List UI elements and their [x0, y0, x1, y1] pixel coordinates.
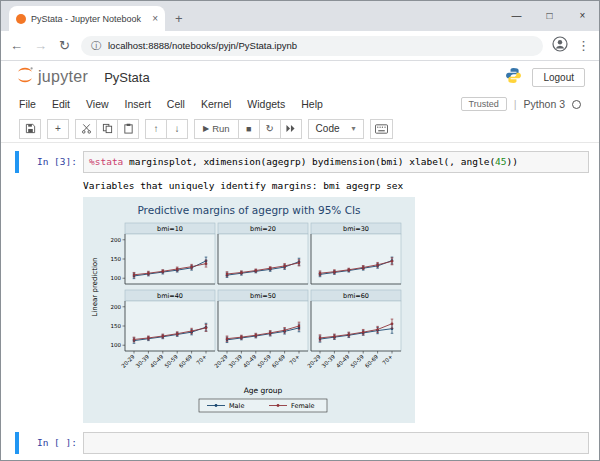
input-prompt: In [3]:: [21, 151, 83, 173]
notebook-title[interactable]: PyStata: [104, 70, 150, 85]
tab-title: PyStata - Jupyter Notebook: [31, 14, 148, 24]
menu-view[interactable]: View: [86, 98, 109, 110]
svg-text:150: 150: [111, 256, 122, 262]
header-right: Logout: [505, 67, 585, 88]
navbar-right: ⋮: [552, 36, 591, 56]
kernel-status-icon: [572, 100, 581, 109]
save-button[interactable]: [19, 119, 41, 139]
menu-kernel[interactable]: Kernel: [201, 98, 231, 110]
svg-text:40-49: 40-49: [149, 353, 165, 369]
paste-cell-button[interactable]: [117, 119, 139, 139]
svg-text:60-69: 60-69: [271, 353, 287, 369]
svg-text:20-29: 20-29: [120, 353, 136, 369]
url-text: localhost:8888/notebooks/pyjn/PyStata.ip…: [108, 40, 297, 51]
code-body-token: marginsplot, xdimension(agegrp) bydimens…: [123, 156, 495, 167]
selected-cell-indicator: [15, 151, 19, 173]
jupyter-logo-icon[interactable]: [15, 65, 35, 89]
chevron-down-icon: ▾: [352, 124, 356, 133]
menu-insert[interactable]: Insert: [125, 98, 151, 110]
svg-text:Linear prediction: Linear prediction: [91, 257, 99, 316]
chart-output: Predictive margins of agegrp with 95% CI…: [83, 197, 415, 423]
empty-cell-indicator: [15, 432, 19, 454]
tab-close-icon[interactable]: ×: [152, 13, 158, 24]
profile-avatar-icon[interactable]: [552, 36, 568, 56]
svg-text:Predictive margins of agegrp w: Predictive margins of agegrp with 95% CI…: [137, 204, 360, 216]
jupyter-header: jupyter PyStata Logout: [1, 61, 599, 93]
interrupt-kernel-button[interactable]: ■: [238, 119, 260, 139]
add-cell-button[interactable]: +: [47, 119, 69, 139]
restart-kernel-button[interactable]: ↻: [259, 119, 281, 139]
stata-marginsplot-chart: Predictive margins of agegrp with 95% CI…: [88, 201, 410, 415]
window-controls: — □ ×: [500, 1, 599, 30]
forward-icon[interactable]: →: [33, 38, 48, 53]
svg-text:40-49: 40-49: [335, 353, 351, 369]
code-input[interactable]: %stata marginsplot, xdimension(agegrp) b…: [83, 151, 589, 173]
code-tail-token: )): [507, 156, 518, 167]
move-cell-down-button[interactable]: ↓: [166, 119, 188, 139]
back-icon[interactable]: ←: [9, 38, 24, 53]
menu-file[interactable]: File: [19, 98, 36, 110]
menu-widgets[interactable]: Widgets: [247, 98, 285, 110]
python-logo-icon: [505, 67, 522, 88]
browser-menu-icon[interactable]: ⋮: [576, 38, 591, 53]
code-cell[interactable]: In [3]: %stata marginsplot, xdimension(a…: [15, 151, 589, 173]
empty-code-cell[interactable]: In [ ]:: [15, 432, 589, 454]
svg-text:Male: Male: [229, 402, 244, 410]
svg-text:100: 100: [111, 275, 122, 281]
maximize-button[interactable]: □: [533, 1, 566, 30]
run-icon: ▶: [203, 124, 209, 133]
browser-tab[interactable]: PyStata - Jupyter Notebook ×: [9, 6, 165, 31]
restart-run-all-button[interactable]: [280, 119, 302, 139]
menu-edit[interactable]: Edit: [52, 98, 70, 110]
close-button[interactable]: ×: [566, 1, 599, 30]
code-number-token: 45: [495, 156, 506, 167]
svg-text:Female: Female: [291, 402, 315, 410]
cell-type-dropdown[interactable]: Code ▾: [308, 119, 364, 139]
svg-text:30-39: 30-39: [321, 353, 337, 369]
menu-help[interactable]: Help: [301, 98, 323, 110]
svg-text:Age group: Age group: [244, 386, 283, 395]
output-prompt-spacer: [15, 180, 83, 191]
minimize-button[interactable]: —: [500, 1, 533, 30]
empty-input-prompt: In [ ]:: [21, 432, 83, 454]
svg-text:bmi=50: bmi=50: [250, 292, 276, 300]
output-area: Variables that uniquely identify margins…: [15, 180, 589, 191]
browser-titlebar: PyStata - Jupyter Notebook × + — □ ×: [1, 1, 599, 31]
jupyter-logo-text[interactable]: jupyter: [38, 68, 88, 86]
svg-text:50-59: 50-59: [349, 353, 365, 369]
menu-cell[interactable]: Cell: [167, 98, 185, 110]
notebook-body: In [3]: %stata marginsplot, xdimension(a…: [1, 143, 599, 460]
output-text: Variables that uniquely identify margins…: [83, 180, 403, 191]
copy-cell-button[interactable]: [96, 119, 118, 139]
refresh-icon[interactable]: ↻: [57, 38, 72, 53]
cell-type-value: Code: [316, 123, 340, 134]
svg-text:70+: 70+: [381, 353, 394, 366]
move-cell-up-button[interactable]: ↑: [145, 119, 167, 139]
empty-code-input[interactable]: [83, 432, 589, 454]
svg-text:bmi=10: bmi=10: [157, 225, 183, 233]
jupyter-favicon-icon: [16, 14, 26, 24]
url-bar[interactable]: ⓘ localhost:8888/notebooks/pyjn/PyStata.…: [81, 36, 543, 56]
svg-text:bmi=30: bmi=30: [343, 225, 369, 233]
svg-text:40-49: 40-49: [242, 353, 258, 369]
run-label: Run: [212, 123, 229, 134]
new-tab-button[interactable]: +: [175, 11, 183, 26]
svg-text:bmi=40: bmi=40: [157, 292, 183, 300]
svg-text:150: 150: [111, 323, 122, 329]
svg-text:70+: 70+: [195, 353, 208, 366]
logout-button[interactable]: Logout: [532, 68, 585, 87]
svg-text:30-39: 30-39: [135, 353, 151, 369]
command-palette-button[interactable]: [370, 119, 393, 139]
cut-cell-button[interactable]: [75, 119, 97, 139]
kernel-separator: |: [514, 98, 517, 110]
svg-text:100: 100: [111, 342, 122, 348]
chart-output-row: Predictive margins of agegrp with 95% CI…: [15, 197, 589, 423]
notebook-menubar: File Edit View Insert Cell Kernel Widget…: [1, 93, 599, 115]
chart-prompt-spacer: [15, 197, 83, 423]
run-button[interactable]: ▶Run: [194, 119, 239, 139]
notebook-toolbar: + ↑ ↓ ▶Run ■ ↻ Code ▾: [1, 115, 599, 143]
svg-text:60-69: 60-69: [364, 353, 380, 369]
svg-text:20-29: 20-29: [213, 353, 229, 369]
site-info-icon[interactable]: ⓘ: [91, 39, 101, 53]
menubar-right: Trusted | Python 3: [461, 97, 582, 111]
